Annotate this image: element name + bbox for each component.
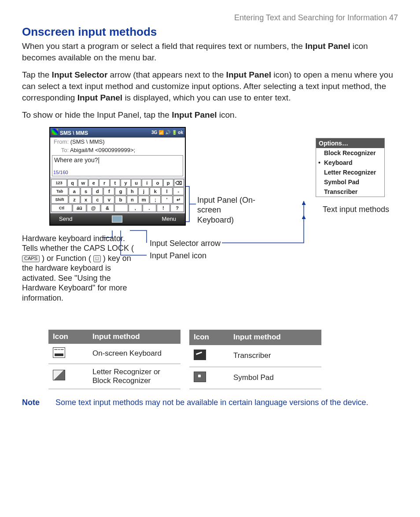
key: i	[142, 179, 152, 187]
key: ,	[129, 204, 142, 212]
method-label: Transcriber	[229, 345, 321, 367]
text: icon.	[217, 110, 237, 119]
input-method-table-right: IconInput method TranscriberSymbol Pad	[189, 330, 321, 389]
term-input-selector: Input Selector	[52, 70, 108, 79]
table-row: On-screen Keyboard	[48, 344, 181, 364]
key: r	[99, 179, 109, 187]
text: Hardware keyboard indicator. Tells wheth…	[22, 234, 134, 253]
key: n	[127, 196, 138, 204]
key: j	[138, 187, 149, 195]
key: y	[121, 179, 131, 187]
key: w	[78, 179, 88, 187]
start-icon	[52, 129, 58, 135]
input-method-table-left: IconInput method On-screen KeyboardLette…	[48, 330, 181, 389]
key: .	[143, 204, 156, 212]
method-label: Symbol Pad	[229, 367, 321, 389]
key: u	[131, 179, 141, 187]
callout-panel-icon: Input Panel icon	[150, 251, 206, 261]
key: Ctl	[51, 204, 72, 212]
key: t	[110, 179, 120, 187]
col-icon: Icon	[48, 330, 88, 344]
table-row: Transcriber	[189, 345, 321, 367]
key: k	[150, 187, 161, 195]
kbd-icon	[53, 347, 65, 358]
paragraph-3: To show or hide the Input Panel, tap the…	[22, 109, 398, 121]
key: ⌫	[174, 179, 184, 187]
callout-selector-arrow: Input Selector arrow	[150, 238, 221, 249]
text: Tap the	[22, 70, 52, 79]
key: ;	[150, 196, 161, 204]
caps-key-icon: CAPS	[22, 255, 40, 262]
note: Note Some text input methods may not be …	[22, 398, 398, 407]
key: s	[81, 187, 92, 195]
term-input-panel: Input Panel	[226, 70, 271, 79]
key: Shift	[51, 196, 68, 204]
key: !	[157, 204, 170, 212]
pen-icon	[53, 370, 65, 380]
key: a	[69, 187, 80, 195]
message-body: Where are you?| 15/160	[52, 155, 183, 176]
menu-item: Symbol Pad	[316, 177, 384, 187]
key: e	[88, 179, 99, 187]
key: f	[103, 187, 114, 195]
text: ) or Function (	[42, 254, 91, 263]
key: g	[115, 187, 126, 195]
callout-hw-kbd: Hardware keyboard indicator. Tells wheth…	[22, 234, 136, 303]
text: is displayed, which you can use to enter…	[122, 93, 291, 102]
col-method: Input method	[229, 330, 321, 345]
input-method-tables: IconInput method On-screen KeyboardLette…	[48, 330, 398, 389]
key: z	[69, 196, 80, 204]
term-input-panel: Input Panel	[172, 110, 217, 119]
key: Tab	[51, 187, 68, 195]
to-value: Abigail/M <0900999999>;	[70, 147, 135, 153]
phone-screenshot: SMS \ MMS 3G 📶 🔊 🔋 ok From: (SMS \ MMS) …	[49, 127, 186, 226]
text: When you start a program or select a fie…	[22, 41, 305, 51]
paragraph-1: When you start a program or select a fie…	[22, 41, 398, 63]
col-icon: Icon	[189, 330, 229, 345]
to-label: To:	[52, 147, 69, 153]
key: l	[161, 187, 172, 195]
menu-item: Keyboard	[316, 158, 384, 167]
callout-input-panel: Input Panel (On-screen Keyboard)	[197, 195, 259, 225]
key: c	[92, 196, 103, 204]
table-row: Letter Recognizer or Block Recognizer	[48, 364, 181, 389]
menu-item: Block Recognizer	[316, 148, 384, 158]
key: v	[103, 196, 114, 204]
table-row: Symbol Pad	[189, 367, 321, 389]
fn-key-icon: □	[93, 255, 101, 262]
message-text: Where are you?	[54, 156, 98, 164]
key: q	[67, 179, 77, 187]
term-input-panel: Input Panel	[305, 41, 350, 51]
scr-icon	[194, 350, 206, 360]
menu-item: Letter Recognizer	[316, 167, 384, 177]
method-label: On-screen Keyboard	[88, 344, 181, 364]
note-text: Some text input methods may not be avail…	[55, 398, 368, 407]
char-count: 15/160	[53, 170, 68, 175]
key: '	[161, 196, 172, 204]
key: áü	[73, 204, 86, 212]
status-icons: 3G 📶 🔊 🔋 ok	[151, 130, 183, 135]
from-label: From:	[52, 138, 69, 145]
text: To show or hide the Input Panel, tap the	[22, 110, 172, 119]
col-method: Input method	[88, 330, 181, 344]
note-label: Note	[22, 398, 47, 407]
section-heading: Onscreen input methods	[22, 25, 398, 39]
figure: SMS \ MMS 3G 📶 🔊 🔋 ok From: (SMS \ MMS) …	[22, 127, 398, 325]
key: b	[115, 196, 126, 204]
key	[114, 204, 128, 212]
key: ?	[170, 204, 184, 212]
menu-header: Options…	[316, 138, 384, 148]
callout-text-methods: Text input methods	[323, 205, 389, 215]
key: ↵	[173, 196, 184, 204]
key: o	[152, 179, 162, 187]
sym-icon	[194, 372, 206, 382]
onscreen-keyboard: 123qwertyuiop⌫Tabasdfghjkl-Shiftzxcvbnm;…	[50, 177, 185, 213]
softkey-menu: Menu	[162, 216, 176, 222]
title-bar: SMS \ MMS 3G 📶 🔊 🔋 ok	[50, 128, 185, 138]
key: h	[127, 187, 138, 195]
key: m	[138, 196, 149, 204]
input-method-menu: Options… Block RecognizerKeyboardLetter …	[316, 138, 385, 197]
running-head: Entering Text and Searching for Informat…	[22, 13, 398, 22]
key: x	[81, 196, 92, 204]
soft-key-bar: Send Menu	[50, 213, 185, 225]
